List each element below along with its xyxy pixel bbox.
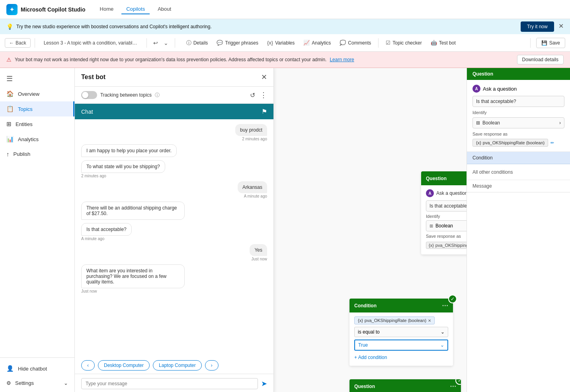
condition-tag-icon: {x} — [358, 318, 363, 323]
sidebar-item-publish[interactable]: ↑ Publish — [0, 147, 74, 161]
top-nav: ✦ Microsoft Copilot Studio Home Copilots… — [0, 0, 570, 19]
undo-button[interactable]: ↩ — [151, 38, 160, 48]
alert-icon: ⚠ — [6, 56, 12, 63]
hamburger-icon[interactable]: ☰ — [0, 71, 74, 86]
comments-label: Comments — [348, 40, 371, 46]
condition-more-icon[interactable]: ⋯ — [442, 302, 448, 309]
right-panel-save-tag: {x} pva_OKShippingRate (boolean) — [472, 139, 548, 147]
right-panel-message-header: Message — [467, 180, 570, 192]
chat-input[interactable] — [81, 378, 258, 389]
testbot-more-icon[interactable]: ⋮ — [260, 91, 267, 99]
question-bottom-header-label: Question — [354, 384, 375, 389]
right-panel-grid-icon: ⊞ — [476, 120, 480, 126]
sidebar-item-entities[interactable]: ⊞ Entities — [0, 116, 74, 132]
toolbar-sep-4 — [378, 38, 379, 48]
toolbar-sep-5 — [530, 38, 531, 48]
quick-reply-laptop[interactable]: Laptop Computer — [153, 360, 202, 371]
back-button[interactable]: ← Back — [5, 38, 31, 48]
topic-checker-button[interactable]: ☑ Topic checker — [382, 38, 426, 48]
msg-shipping-charge: There will be an additional shipping cha… — [81, 202, 185, 220]
try-it-button[interactable]: Try it now — [521, 21, 554, 32]
msg-6-time: A minute ago — [81, 237, 132, 241]
right-panel-ask-section: A Ask a question Is that acceptable? Ide… — [467, 80, 570, 152]
settings-expand[interactable]: ⚙ Settings ⌄ — [0, 376, 74, 390]
details-button[interactable]: ⓘ Details — [182, 37, 212, 49]
details-icon: ⓘ — [186, 39, 191, 47]
sidebar-item-topics[interactable]: 📋 Topics — [0, 101, 74, 116]
nav-copilots[interactable]: Copilots — [121, 4, 150, 14]
message-1: buy prodct 2 minutes ago — [235, 124, 267, 141]
right-panel-save-label: Save response as — [472, 132, 564, 136]
analytics-button[interactable]: 📈 Analytics — [299, 38, 335, 48]
testbot-close-button[interactable]: ✕ — [261, 73, 267, 82]
chat-tab[interactable]: Chat ⚑ — [75, 104, 273, 119]
info-banner: 💡 Try the new studio experience with boo… — [0, 19, 570, 34]
trigger-phrases-button[interactable]: 💬 Trigger phrases — [213, 38, 262, 48]
condition-value-text: True — [358, 342, 368, 348]
sidebar: ☰ 🏠 Overview 📋 Topics ⊞ Entities 📊 Analy… — [0, 68, 75, 392]
test-bot-icon: 🤖 — [431, 40, 437, 46]
toolbar-separator-3 — [175, 38, 175, 48]
redo-button[interactable]: ⌄ — [161, 38, 171, 48]
sidebar-item-analytics[interactable]: 📊 Analytics — [0, 132, 74, 147]
condition-node[interactable]: Condition ⋯ {x} pva_OKShippingRate (bool… — [349, 299, 453, 366]
add-condition-button[interactable]: + Add condition — [354, 353, 448, 362]
msg-7-time: Just now — [252, 257, 267, 261]
right-panel-all-other-label: All other conditions — [472, 169, 513, 175]
condition-header: Condition ⋯ — [349, 299, 453, 312]
msg-happy: I am happy to help you place your order. — [81, 144, 177, 157]
toggle-thumb — [82, 92, 88, 98]
chat-tab-label: Chat — [81, 109, 93, 115]
nav-links: Home Copilots About — [95, 4, 176, 14]
logo-icon: ✦ — [6, 4, 18, 15]
nav-about[interactable]: About — [153, 4, 176, 14]
quick-reply-desktop[interactable]: Desktop Computer — [98, 360, 150, 371]
condition-operator-chevron: ⌄ — [441, 329, 445, 335]
hide-chatbot-button[interactable]: 👤 Hide chatbot — [0, 361, 74, 376]
save-button[interactable]: 💾 Save — [536, 38, 565, 48]
right-panel-edit-icon[interactable]: ✏ — [550, 140, 554, 146]
info-icon[interactable]: ⓘ — [155, 92, 160, 99]
condition-operator-value: is equal to — [358, 329, 380, 335]
quick-reply-right-arrow[interactable]: › — [205, 360, 219, 371]
variables-button[interactable]: {x} Variables — [263, 38, 299, 48]
test-bot-button[interactable]: 🤖 Test bot — [427, 38, 460, 48]
right-panel-save-row: {x} pva_OKShippingRate (boolean) ✏ — [472, 139, 564, 147]
condition-operator-dropdown[interactable]: is equal to ⌄ — [354, 327, 448, 337]
identify-value: Boolean — [435, 223, 453, 229]
ask-question-label: Ask a question — [436, 190, 468, 196]
quick-reply-left-arrow[interactable]: ‹ — [81, 360, 95, 371]
question-node-bottom[interactable]: Question ⋯ ✓ — [349, 379, 461, 392]
right-panel-identify-field[interactable]: ⊞ Boolean › — [472, 117, 564, 128]
condition-value-dropdown[interactable]: True ⌄ — [354, 340, 448, 351]
variables-label: Variables — [275, 40, 295, 46]
sidebar-analytics-icon: 📊 — [6, 136, 14, 143]
condition-check-badge: ✓ — [448, 295, 457, 303]
right-panel-identify-chevron: › — [559, 120, 561, 126]
send-button[interactable]: ➤ — [261, 379, 267, 388]
question-bottom-more-icon[interactable]: ⋯ — [450, 382, 456, 390]
settings-icon: ⚙ — [6, 380, 11, 386]
content-area: Question ⋯ A Ask a question Is that acce… — [75, 68, 570, 392]
banner-close-icon[interactable]: ✕ — [558, 23, 564, 29]
comments-icon: 💭 — [340, 40, 346, 46]
learn-more-link[interactable]: Learn more — [330, 57, 354, 62]
condition-tag-remove[interactable]: ✕ — [428, 318, 431, 323]
variables-icon: {x} — [267, 40, 273, 46]
download-details-button[interactable]: Download details — [517, 55, 564, 64]
right-panel-condition-label: Condition — [472, 155, 493, 161]
tracking-toggle[interactable] — [81, 91, 97, 99]
condition-body: {x} pva_OKShippingRate (boolean) ✕ is eq… — [349, 312, 453, 366]
toolbar: ← Back Lesson 3 - A topic with a conditi… — [0, 34, 570, 52]
refresh-icon[interactable]: ↺ — [250, 91, 255, 99]
sidebar-item-overview[interactable]: 🏠 Overview — [0, 86, 74, 101]
toolbar-separator — [35, 38, 35, 48]
back-arrow-icon: ← — [9, 40, 14, 46]
comments-button[interactable]: 💭 Comments — [336, 38, 375, 48]
chat-input-area: ➤ — [75, 374, 273, 392]
question-header-label: Question — [426, 176, 447, 181]
condition-tag: {x} pva_OKShippingRate (boolean) ✕ — [354, 316, 435, 324]
nav-home[interactable]: Home — [95, 4, 119, 14]
tracking-label: Tracking between topics — [100, 92, 152, 98]
message-4: Arkansas A minute ago — [238, 181, 267, 198]
